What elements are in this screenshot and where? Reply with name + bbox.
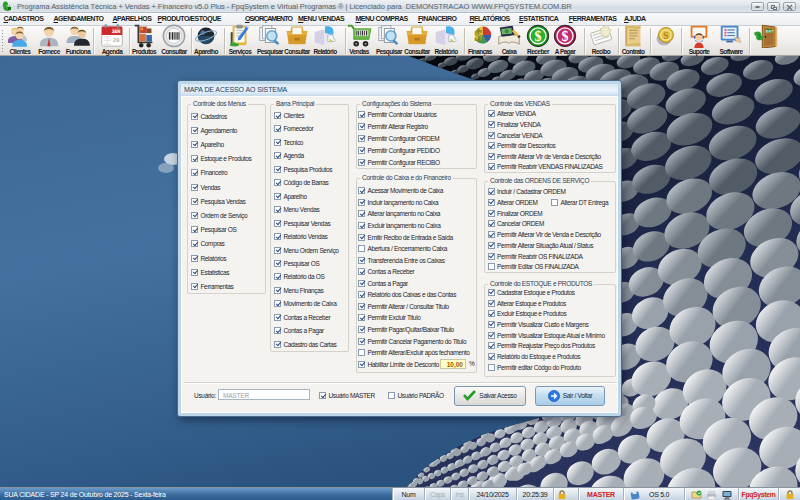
svg-text:JAN: JAN [112, 29, 120, 34]
svg-text:29: 29 [113, 37, 119, 43]
svg-text:$: $ [562, 29, 569, 44]
svg-text:$: $ [535, 29, 542, 44]
svg-text:EXIT: EXIT [766, 29, 774, 34]
svg-text:$: $ [474, 27, 482, 44]
svg-text:S: S [663, 31, 668, 41]
